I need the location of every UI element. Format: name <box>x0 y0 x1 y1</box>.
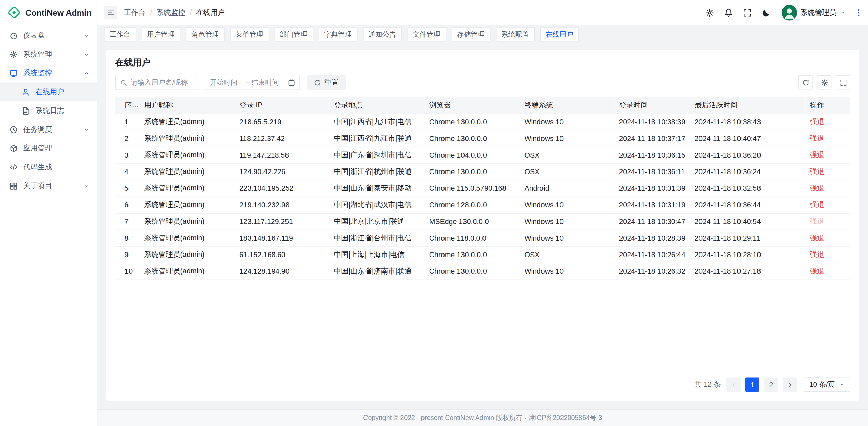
force-logout-link[interactable]: 强退 <box>810 234 824 242</box>
table-row: 1系统管理员(admin)218.65.5.219中国|江西省|九江市|电信Ch… <box>115 114 850 130</box>
page-size-select[interactable]: 10 条/页 <box>804 377 850 391</box>
sidebar-item-code-generation[interactable]: 代码生成 <box>0 158 97 177</box>
sidebar-item-online-user[interactable]: 在线用户 <box>0 82 97 101</box>
toolbar-refresh-button[interactable] <box>798 75 812 89</box>
sidebar-collapse-button[interactable] <box>104 6 117 19</box>
tab-online-user[interactable]: 在线用户 <box>540 27 579 41</box>
cell-location: 中国|浙江省|台州市|电信 <box>330 230 425 246</box>
content-area: 在线用户 开始时间 - 结束时间 重置 <box>97 42 868 409</box>
main-column: 工作台/系统监控/在线用户 系统管理员 工作台用户管理角色管理菜单管理部门管理字… <box>97 0 868 426</box>
sidebar-item-system-monitor[interactable]: 系统监控 <box>0 64 97 83</box>
cell-index: 3 <box>115 147 140 163</box>
pagination-next-button[interactable] <box>783 377 797 391</box>
tab-role-management[interactable]: 角色管理 <box>186 27 224 41</box>
force-logout-link[interactable]: 强退 <box>810 250 824 258</box>
cell-last_active: 2024-11-18 10:40:47 <box>690 130 805 147</box>
cell-login_time: 2024-11-18 10:31:19 <box>614 197 690 213</box>
sidebar-item-about-project[interactable]: 关于项目 <box>0 177 97 196</box>
toolbar-expand-button[interactable] <box>836 75 850 89</box>
cell-location: 中国|上海|上海市|电信 <box>330 246 425 263</box>
force-logout-link[interactable]: 强退 <box>810 200 824 208</box>
cell-os: OSX <box>520 163 614 180</box>
app-logo[interactable]: ContiNew Admin <box>0 0 97 24</box>
date-range-picker[interactable]: 开始时间 - 结束时间 <box>205 75 300 90</box>
cell-login_time: 2024-11-18 10:26:44 <box>614 246 690 263</box>
moon-button[interactable] <box>758 4 774 20</box>
force-logout-link[interactable]: 强退 <box>810 117 824 125</box>
cell-action: 强退 <box>806 197 850 213</box>
pagination-prev-button[interactable] <box>726 377 741 391</box>
cell-last_active: 2024-11-18 10:28:10 <box>690 246 805 263</box>
force-logout-link[interactable]: 强退 <box>810 134 824 142</box>
cell-os: Windows 10 <box>520 114 614 130</box>
sidebar-item-system-management[interactable]: 系统管理 <box>0 45 97 64</box>
cell-os: OSX <box>520 246 614 263</box>
tab-user-management[interactable]: 用户管理 <box>141 27 180 41</box>
sidebar-menu: 仪表盘系统管理系统监控在线用户系统日志任务调度应用管理代码生成关于项目 <box>0 24 97 195</box>
chevron-up-icon <box>84 70 90 76</box>
cell-nickname: 系统管理员(admin) <box>140 213 235 230</box>
chevron-right-icon <box>787 382 793 388</box>
table-header-cell: 终端系统 <box>520 97 614 114</box>
sidebar-item-dashboard[interactable]: 仪表盘 <box>0 26 97 45</box>
sidebar-item-task-schedule[interactable]: 任务调度 <box>0 120 97 139</box>
breadcrumb-item[interactable]: 工作台 <box>124 7 146 17</box>
pagination-page-2[interactable]: 2 <box>764 377 778 391</box>
tab-notice[interactable]: 通知公告 <box>363 27 401 41</box>
reset-button[interactable]: 重置 <box>307 75 346 90</box>
table-row: 10系统管理员(admin)124.128.194.90中国|山东省|济南市|联… <box>115 263 850 280</box>
cell-index: 8 <box>115 230 140 246</box>
app-title: ContiNew Admin <box>25 7 92 17</box>
force-logout-link[interactable]: 强退 <box>810 150 824 159</box>
search-input[interactable] <box>131 79 193 86</box>
cell-location: 中国|江西省|九江市|联通 <box>330 130 425 147</box>
more-actions-button[interactable] <box>854 8 863 17</box>
cell-ip: 219.140.232.98 <box>235 197 330 213</box>
force-logout-link[interactable]: 强退 <box>810 167 824 175</box>
sidebar-item-app-management[interactable]: 应用管理 <box>0 139 97 158</box>
footer: Copyright © 2022 - present ContiNew Admi… <box>97 409 868 426</box>
header: 工作台/系统监控/在线用户 系统管理员 <box>97 0 868 25</box>
table-toolbar <box>798 75 850 89</box>
table-header-cell: 序号 <box>115 97 140 114</box>
cell-nickname: 系统管理员(admin) <box>140 230 235 246</box>
cell-index: 4 <box>115 163 140 180</box>
settings-icon <box>705 8 714 17</box>
settings-button[interactable] <box>702 4 717 20</box>
tab-storage-management[interactable]: 存储管理 <box>451 27 490 41</box>
fullscreen-button[interactable] <box>739 4 755 20</box>
cell-index: 1 <box>115 114 140 130</box>
force-logout-link[interactable]: 强退 <box>810 267 824 275</box>
tab-dict-management[interactable]: 字典管理 <box>319 27 357 41</box>
toolbar-gear-button[interactable] <box>817 75 831 89</box>
force-logout-link[interactable]: 强退 <box>810 184 824 192</box>
cell-last_active: 2024-11-18 10:32:58 <box>690 180 805 197</box>
table-header-row: 序号用户昵称登录 IP登录地点浏览器终端系统登录时间最后活跃时间操作 <box>115 97 850 114</box>
online-user-panel: 在线用户 开始时间 - 结束时间 重置 <box>106 50 859 401</box>
pagination-page-1[interactable]: 1 <box>745 377 760 391</box>
user-menu[interactable]: 系统管理员 <box>782 5 846 20</box>
tab-file-management[interactable]: 文件管理 <box>407 27 446 41</box>
sidebar-item-label: 代码生成 <box>23 162 90 172</box>
user-icon <box>22 88 30 96</box>
cell-browser: Chrome 128.0.0.0 <box>425 197 520 213</box>
breadcrumb: 工作台/系统监控/在线用户 <box>124 7 225 17</box>
tab-dept-management[interactable]: 部门管理 <box>274 27 313 41</box>
cell-action: 强退 <box>806 130 850 147</box>
tab-system-config[interactable]: 系统配置 <box>496 27 534 41</box>
bell-button[interactable] <box>720 4 736 20</box>
cell-login_time: 2024-11-18 10:31:39 <box>614 180 690 197</box>
cell-nickname: 系统管理员(admin) <box>140 246 235 263</box>
menu-fold-icon <box>107 8 115 16</box>
table-row: 4系统管理员(admin)124.90.42.226中国|浙江省|杭州市|联通C… <box>115 163 850 180</box>
date-end-placeholder: 结束时间 <box>251 78 285 87</box>
cell-login_time: 2024-11-18 10:36:11 <box>614 163 690 180</box>
cell-index: 10 <box>115 263 140 280</box>
page-size-label: 10 条/页 <box>809 380 835 389</box>
tab-workbench[interactable]: 工作台 <box>104 27 136 41</box>
breadcrumb-item[interactable]: 系统监控 <box>156 7 185 17</box>
sidebar-item-system-log[interactable]: 系统日志 <box>0 101 97 120</box>
tab-menu-management[interactable]: 菜单管理 <box>230 27 269 41</box>
table-header-cell: 最后活跃时间 <box>690 97 805 114</box>
cell-os: Windows 10 <box>520 130 614 147</box>
